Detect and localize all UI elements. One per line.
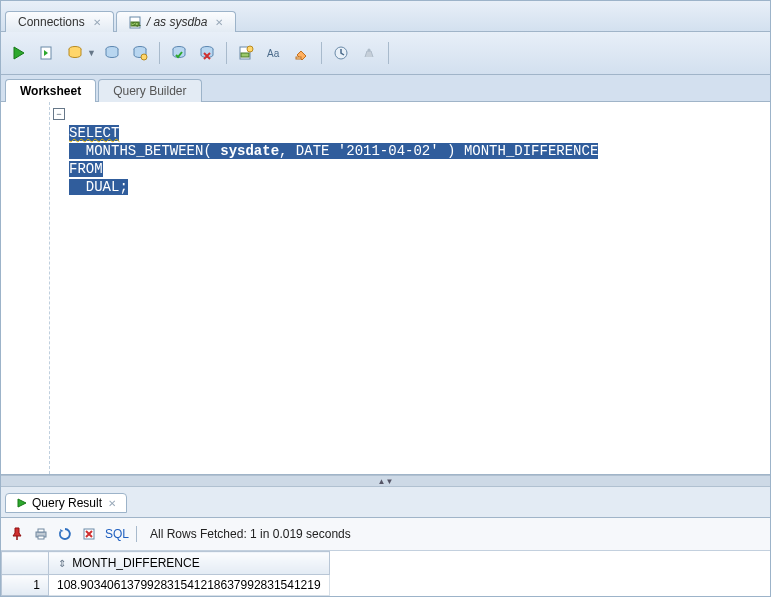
tab-session[interactable]: SQL / as sysdba ✕: [116, 11, 237, 32]
app-root: { "tabs": { "connections": { "label": "C…: [0, 0, 771, 597]
close-icon[interactable]: ✕: [108, 498, 116, 509]
svg-text:SQL: SQL: [132, 22, 142, 27]
code-line-4: DUAL;: [69, 179, 128, 195]
print-button[interactable]: [31, 524, 51, 544]
sql-code: SELECT MONTHS_BETWEEN( sysdate, DATE '20…: [69, 106, 766, 214]
top-tab-bar: Connections ✕ SQL / as sysdba ✕: [1, 1, 770, 32]
uppercase-button[interactable]: Aa: [262, 41, 286, 65]
rollback-button[interactable]: [195, 41, 219, 65]
column-header[interactable]: ⇕ MONTH_DIFFERENCE: [49, 552, 330, 575]
toolbar-separator: [321, 42, 322, 64]
run-button[interactable]: [7, 41, 31, 65]
toolbar-separator: [136, 526, 137, 542]
svg-point-12: [247, 46, 253, 52]
sql-tuning-button[interactable]: [128, 41, 152, 65]
result-tab-bar: Query Result ✕: [1, 487, 770, 518]
svg-rect-14: [296, 57, 301, 59]
tab-connections[interactable]: Connections ✕: [5, 11, 114, 32]
result-toolbar: SQL All Rows Fetched: 1 in 0.019 seconds: [1, 518, 770, 551]
tab-query-builder[interactable]: Query Builder: [98, 79, 201, 102]
code-line-3: FROM: [69, 161, 103, 177]
cancel-button[interactable]: [79, 524, 99, 544]
clear-button[interactable]: [290, 41, 314, 65]
settings-button[interactable]: [357, 41, 381, 65]
explain-plan-button[interactable]: [63, 41, 87, 65]
row-number-header[interactable]: [2, 552, 49, 575]
worksheet-tab-bar: Worksheet Query Builder: [1, 75, 770, 102]
split-handle[interactable]: ▲▼: [1, 475, 770, 487]
tab-label: Query Result: [32, 496, 102, 510]
toolbar-separator: [159, 42, 160, 64]
main-toolbar: ▼ Aa: [1, 32, 770, 75]
autotrace-button[interactable]: [100, 41, 124, 65]
result-grid[interactable]: ⇕ MONTH_DIFFERENCE 1 108.903406137992831…: [1, 551, 770, 596]
history-button[interactable]: [329, 41, 353, 65]
pin-button[interactable]: [7, 524, 27, 544]
toolbar-separator: [226, 42, 227, 64]
sql-editor[interactable]: − SELECT MONTHS_BETWEEN( sysdate, DATE '…: [1, 102, 770, 475]
unshared-worksheet-button[interactable]: [234, 41, 258, 65]
fetch-status: All Rows Fetched: 1 in 0.019 seconds: [150, 527, 351, 541]
run-script-button[interactable]: [35, 41, 59, 65]
tab-worksheet[interactable]: Worksheet: [5, 79, 96, 102]
code-line-1: SELECT: [69, 125, 119, 141]
svg-rect-11: [241, 53, 249, 57]
svg-rect-20: [38, 536, 44, 539]
row-number-cell: 1: [2, 575, 49, 596]
refresh-button[interactable]: [55, 524, 75, 544]
tab-label: Connections: [18, 15, 85, 29]
dropdown-arrow-icon[interactable]: ▼: [87, 48, 96, 58]
svg-point-7: [141, 54, 147, 60]
column-label: MONTH_DIFFERENCE: [72, 556, 199, 570]
editor-gutter: [1, 102, 50, 474]
code-line-2: MONTHS_BETWEEN( sysdate, DATE '2011-04-0…: [69, 143, 598, 159]
sort-icon: ⇕: [57, 558, 67, 569]
fold-toggle-icon[interactable]: −: [53, 108, 65, 120]
close-icon[interactable]: ✕: [215, 17, 223, 28]
toolbar-separator: [388, 42, 389, 64]
table-row[interactable]: 1 108.9034061379928315412186379928315412…: [2, 575, 330, 596]
svg-rect-19: [38, 529, 44, 532]
tab-label: Worksheet: [20, 84, 81, 98]
tab-label: Query Builder: [113, 84, 186, 98]
tab-label: / as sysdba: [147, 15, 208, 29]
sql-link[interactable]: SQL: [105, 527, 129, 541]
sql-file-icon: SQL: [129, 15, 143, 29]
commit-button[interactable]: [167, 41, 191, 65]
close-icon[interactable]: ✕: [93, 17, 101, 28]
tab-query-result[interactable]: Query Result ✕: [5, 493, 127, 513]
svg-text:Aa: Aa: [267, 48, 280, 59]
value-cell: 108.903406137992831541218637992831541219: [49, 575, 330, 596]
svg-point-16: [367, 49, 370, 52]
